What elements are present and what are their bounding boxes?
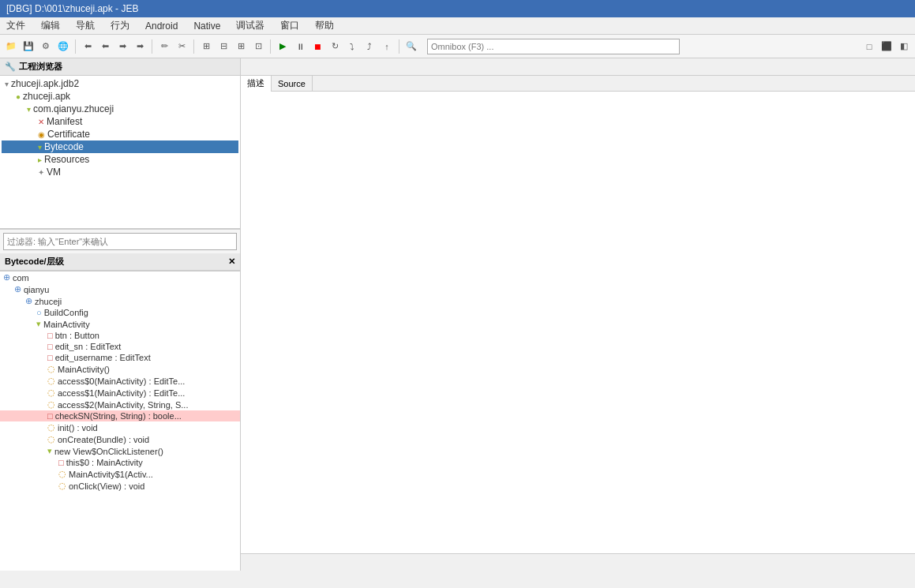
toolbar-btn-7[interactable]: ➡ bbox=[114, 39, 130, 54]
toolbar-right-btn1[interactable]: □ bbox=[861, 39, 877, 54]
tree-item-zhuceji.apk.jdb2[interactable]: ▾zhuceji.apk.jdb2 bbox=[2, 77, 238, 90]
hier-item[interactable]: ⊕qianyu bbox=[0, 283, 240, 295]
toolbar-btn-1[interactable]: 📁 bbox=[3, 39, 19, 54]
menu-android[interactable]: Android bbox=[142, 19, 181, 33]
toolbar-btn-10[interactable]: ⊟ bbox=[216, 39, 231, 54]
hier-item[interactable]: ◌access$0(MainActivity) : EditTe... bbox=[0, 375, 240, 387]
hier-item[interactable]: ◌MainActivity() bbox=[0, 363, 240, 375]
hier-item[interactable]: ◌init() : void bbox=[0, 421, 240, 433]
title-bar: [DBG] D:\001\zhuceji.apk - JEB bbox=[0, 0, 915, 17]
hier-item[interactable]: □checkSN(String, String) : boole... bbox=[0, 410, 240, 421]
menu-edit[interactable]: 编辑 bbox=[38, 17, 63, 34]
hier-item[interactable]: □this$0 : MainActivity bbox=[0, 457, 240, 468]
menu-native[interactable]: Native bbox=[190, 19, 223, 33]
hier-item[interactable]: ▾new View$OnClickListener() bbox=[0, 445, 240, 457]
hier-item[interactable]: ⊕zhuceji bbox=[0, 295, 240, 307]
toolbar-right-btn3[interactable]: ◧ bbox=[896, 39, 912, 54]
toolbar-sep-1 bbox=[75, 39, 76, 54]
toolbar-btn-8[interactable]: ➡ bbox=[132, 39, 148, 54]
tree-item-VM[interactable]: ✦VM bbox=[2, 166, 238, 178]
hier-item[interactable]: □btn : Button bbox=[0, 330, 240, 341]
toolbar-btn-pencil[interactable]: ✏ bbox=[156, 39, 172, 54]
hier-item[interactable]: ◌access$2(MainActivity, String, S... bbox=[0, 399, 240, 410]
editor-tabs bbox=[241, 58, 915, 76]
toolbar-btn-stop[interactable]: ⏹ bbox=[309, 39, 325, 54]
desc-tab-source[interactable]: Source bbox=[272, 76, 313, 92]
hier-item[interactable]: ⊕com bbox=[0, 272, 240, 283]
menu-debugger[interactable]: 调试器 bbox=[233, 17, 268, 34]
toolbar-btn-14[interactable]: ↻ bbox=[327, 39, 343, 54]
toolbar-btn-13[interactable]: ⏸ bbox=[292, 39, 308, 54]
project-tree[interactable]: ▾zhuceji.apk.jdb2●zhuceji.apk▾com.qianyu… bbox=[0, 76, 240, 229]
toolbar-btn-grid[interactable]: ⊞ bbox=[198, 39, 214, 54]
toolbar-btn-4[interactable]: 🌐 bbox=[55, 39, 71, 54]
toolbar: 📁 💾 ⚙ 🌐 ⬅ ⬅ ➡ ➡ ✏ ✂ ⊞ ⊟ ⊞ ⊡ ▶ ⏸ ⏹ ↻ ⤵ ⤴ … bbox=[0, 35, 915, 58]
menu-bar: 文件 编辑 导航 行为 Android Native 调试器 窗口 帮助 bbox=[0, 17, 915, 35]
hier-item[interactable]: ◌onClick(View) : void bbox=[0, 480, 240, 492]
toolbar-btn-play[interactable]: ▶ bbox=[275, 39, 291, 54]
tree-item-com.qianyu.zhuceji[interactable]: ▾com.qianyu.zhuceji bbox=[2, 103, 238, 115]
menu-action[interactable]: 行为 bbox=[107, 17, 133, 34]
menu-nav[interactable]: 导航 bbox=[73, 17, 98, 34]
menu-window[interactable]: 窗口 bbox=[277, 17, 302, 34]
toolbar-sep-2 bbox=[152, 39, 152, 54]
sidebar-title: 工程浏览器 bbox=[19, 61, 62, 73]
hier-item[interactable]: ◌access$1(MainActivity) : EditTe... bbox=[0, 387, 240, 399]
toolbar-sep-5 bbox=[399, 39, 399, 54]
desc-tab-describe[interactable]: 描述 bbox=[241, 76, 272, 92]
toolbar-sep-4 bbox=[270, 39, 271, 54]
menu-help[interactable]: 帮助 bbox=[312, 17, 337, 34]
hier-item[interactable]: □edit_username : EditText bbox=[0, 352, 240, 363]
tree-item-Bytecode[interactable]: ▾Bytecode bbox=[2, 140, 238, 153]
hierarchy-panel[interactable]: ⊕com⊕qianyu⊕zhuceji○BuildConfig▾MainActi… bbox=[0, 271, 240, 571]
toolbar-btn-5[interactable]: ⬅ bbox=[80, 39, 96, 54]
desc-source-tabs: 描述 Source bbox=[241, 76, 915, 92]
bottom-bar bbox=[241, 553, 915, 571]
sidebar-icon: 🔧 bbox=[5, 62, 16, 72]
toolbar-btn-18[interactable]: 🔍 bbox=[403, 39, 419, 54]
hier-item[interactable]: ◌MainActivity$1(Activ... bbox=[0, 468, 240, 480]
filter-box bbox=[0, 229, 240, 253]
title-text: [DBG] D:\001\zhuceji.apk - JEB bbox=[6, 3, 138, 14]
sidebar-header: 🔧 工程浏览器 bbox=[0, 58, 240, 76]
tree-item-zhuceji.apk[interactable]: ●zhuceji.apk bbox=[2, 90, 238, 103]
hierarchy-close-icon[interactable]: ✕ bbox=[228, 257, 235, 267]
hier-item[interactable]: ◌onCreate(Bundle) : void bbox=[0, 433, 240, 445]
right-panel: 描述 Source bbox=[241, 58, 915, 571]
toolbar-btn-15[interactable]: ⤵ bbox=[344, 39, 360, 54]
tree-item-Resources[interactable]: ▸Resources bbox=[2, 153, 238, 166]
toolbar-right: □ ⬛ ◧ bbox=[861, 39, 912, 54]
tree-item-Manifest[interactable]: ✕Manifest bbox=[2, 115, 238, 128]
toolbar-btn-6[interactable]: ⬅ bbox=[97, 39, 113, 54]
toolbar-sep-3 bbox=[193, 39, 194, 54]
hierarchy-header: Bytecode/层级 ✕ bbox=[0, 253, 240, 271]
toolbar-btn-12[interactable]: ⊡ bbox=[250, 39, 266, 54]
code-editor[interactable] bbox=[241, 92, 915, 553]
menu-file[interactable]: 文件 bbox=[3, 17, 28, 34]
filter-input[interactable] bbox=[3, 233, 237, 250]
hier-item[interactable]: □edit_sn : EditText bbox=[0, 341, 240, 352]
omnibox-input[interactable] bbox=[427, 39, 680, 54]
toolbar-btn-2[interactable]: 💾 bbox=[21, 39, 36, 54]
hier-item[interactable]: ○BuildConfig bbox=[0, 307, 240, 318]
hier-item[interactable]: ▾MainActivity bbox=[0, 318, 240, 330]
toolbar-btn-17[interactable]: ↑ bbox=[379, 39, 395, 54]
toolbar-btn-16[interactable]: ⤴ bbox=[362, 39, 377, 54]
toolbar-btn-3[interactable]: ⚙ bbox=[38, 39, 54, 54]
main-layout: 🔧 工程浏览器 ▾zhuceji.apk.jdb2●zhuceji.apk▾co… bbox=[0, 58, 915, 571]
toolbar-btn-9[interactable]: ✂ bbox=[174, 39, 189, 54]
toolbar-btn-11[interactable]: ⊞ bbox=[233, 39, 249, 54]
hierarchy-title: Bytecode/层级 bbox=[5, 256, 64, 268]
sidebar: 🔧 工程浏览器 ▾zhuceji.apk.jdb2●zhuceji.apk▾co… bbox=[0, 58, 241, 571]
tree-item-Certificate[interactable]: ◉Certificate bbox=[2, 128, 238, 140]
toolbar-right-btn2[interactable]: ⬛ bbox=[879, 39, 894, 54]
